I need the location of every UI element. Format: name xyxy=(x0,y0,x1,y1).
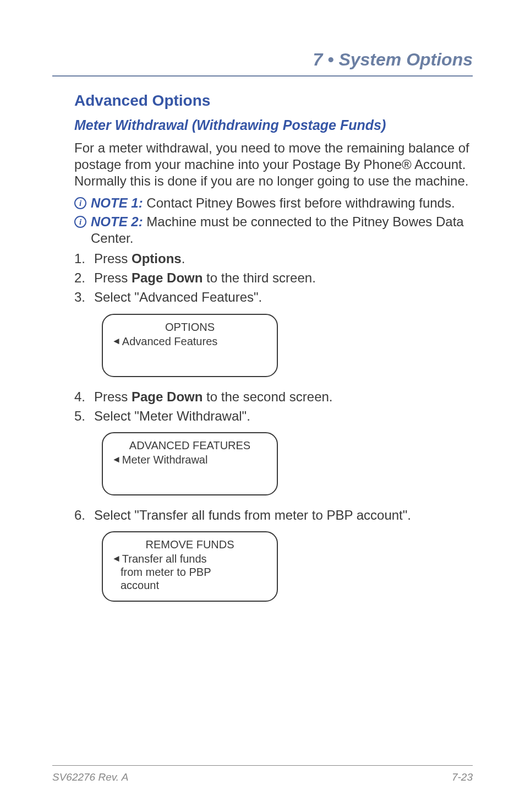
step-6: 6. Select "Transfer all funds from meter… xyxy=(74,506,473,524)
note-2: i NOTE 2: Machine must be connected to t… xyxy=(74,214,473,247)
note-1-label: NOTE 1: xyxy=(91,195,143,210)
step-2-bold: Page Down xyxy=(132,270,203,285)
step-2: 2. Press Page Down to the third screen. xyxy=(74,269,473,286)
step-1-num: 1. xyxy=(74,250,94,267)
lcd-screen-options: OPTIONS ◄ Advanced Features xyxy=(102,314,278,377)
step-4: 4. Press Page Down to the second screen. xyxy=(74,388,473,405)
step-5: 5. Select "Meter Withdrawal". xyxy=(74,407,473,424)
lcd-3-line-2: from meter to PBP xyxy=(121,565,268,579)
footer-page-number: 7-23 xyxy=(452,771,473,783)
left-arrow-icon: ◄ xyxy=(112,553,121,564)
lcd-3-title: REMOVE FUNDS xyxy=(112,538,268,551)
info-icon: i xyxy=(74,197,86,209)
step-3: 3. Select "Advanced Features". xyxy=(74,288,473,306)
lcd-1-title: OPTIONS xyxy=(112,320,268,334)
lcd-screen-remove-funds: REMOVE FUNDS ◄ Transfer all funds from m… xyxy=(102,531,278,602)
left-arrow-icon: ◄ xyxy=(112,454,121,465)
note-2-text: Machine must be connected to the Pitney … xyxy=(91,214,464,246)
lcd-3-line-1: Transfer all funds xyxy=(122,552,207,565)
chapter-header: 7 • System Options xyxy=(52,50,473,77)
subsection-title: Meter Withdrawal (Withdrawing Postage Fu… xyxy=(74,117,473,133)
step-3-prefix: Select "Advanced Features". xyxy=(94,290,262,304)
step-4-prefix: Press xyxy=(94,389,132,404)
left-arrow-icon: ◄ xyxy=(112,336,121,347)
note-2-label: NOTE 2: xyxy=(91,214,143,229)
step-1: 1. Press Options. xyxy=(74,250,473,267)
intro-paragraph: For a meter withdrawal, you need to move… xyxy=(74,140,473,189)
step-2-num: 2. xyxy=(74,269,94,286)
footer-doc-id: SV62276 Rev. A xyxy=(52,771,128,783)
step-2-suffix: to the third screen. xyxy=(203,270,315,285)
step-5-prefix: Select "Meter Withdrawal". xyxy=(94,408,250,423)
lcd-2-title: ADVANCED FEATURES xyxy=(112,439,268,452)
step-5-num: 5. xyxy=(74,407,94,424)
lcd-screen-advanced-features: ADVANCED FEATURES ◄ Meter Withdrawal xyxy=(102,432,278,495)
step-6-prefix: Select "Transfer all funds from meter to… xyxy=(94,508,411,522)
step-4-suffix: to the second screen. xyxy=(203,389,332,404)
note-1-text: Contact Pitney Bowes first before withdr… xyxy=(143,195,455,210)
step-4-bold: Page Down xyxy=(132,389,203,404)
step-1-suffix: . xyxy=(182,251,185,266)
section-title: Advanced Options xyxy=(74,92,473,110)
step-6-num: 6. xyxy=(74,506,94,524)
note-1: i NOTE 1: Contact Pitney Bowes first bef… xyxy=(74,195,473,211)
step-2-prefix: Press xyxy=(94,270,132,285)
step-1-prefix: Press xyxy=(94,251,132,266)
step-4-num: 4. xyxy=(74,388,94,405)
step-1-bold: Options xyxy=(132,251,182,266)
info-icon: i xyxy=(74,216,86,228)
lcd-3-line-3: account xyxy=(121,579,268,592)
lcd-1-line-1: Advanced Features xyxy=(122,335,217,348)
lcd-2-line-1: Meter Withdrawal xyxy=(122,453,208,466)
page-footer: SV62276 Rev. A 7-23 xyxy=(52,765,473,783)
step-3-num: 3. xyxy=(74,288,94,306)
